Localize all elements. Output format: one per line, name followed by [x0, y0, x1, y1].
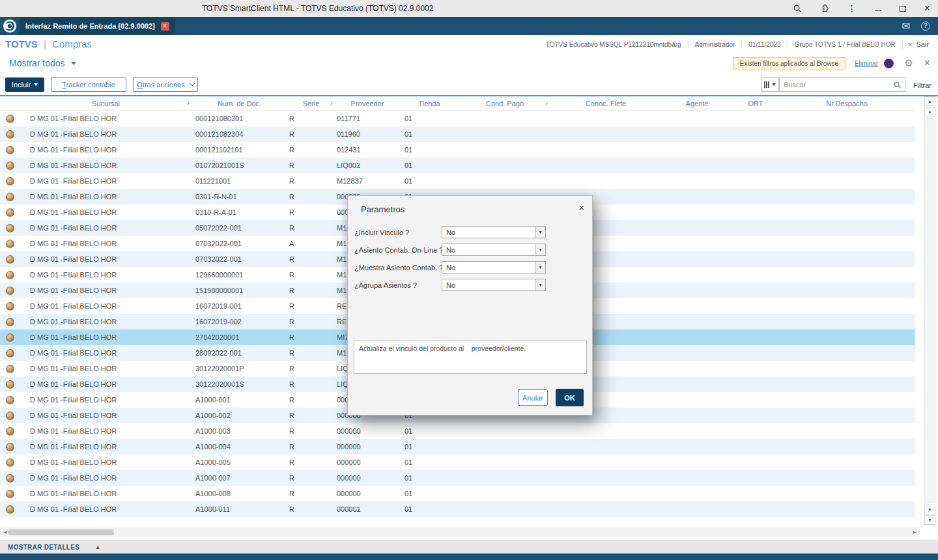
table-row[interactable]: D MG 01 -Filial BELO HORA1000-004R000000…: [0, 439, 915, 455]
table-row[interactable]: D MG 01 -Filial BELO HORA1000-008R000000…: [0, 486, 915, 501]
table-row[interactable]: D MG 01 -Filial BELO HOR000121102101R012…: [0, 142, 915, 158]
vertical-scrollbar-track[interactable]: [924, 118, 935, 503]
mail-icon[interactable]: ✉: [902, 20, 910, 32]
chevron-down-icon: [189, 81, 194, 86]
status-icon: [6, 224, 14, 232]
search-box: [779, 77, 905, 92]
table-row[interactable]: D MG 01 -Filial BELO HOR000121082304R011…: [0, 126, 915, 142]
table-row[interactable]: D MG 01 -Filial BELO HOR000121080301R011…: [0, 111, 915, 126]
status-icon: [6, 349, 14, 357]
table-row[interactable]: D MG 01 -Filial BELO HORA1000-007R000000…: [0, 470, 915, 486]
column-header-serie[interactable]: Serie›: [287, 96, 335, 110]
window-title: TOTVS SmartClient HTML - TOTVS Educativo…: [202, 4, 433, 13]
assistant-icon[interactable]: [884, 59, 894, 68]
totvs-logo-icon[interactable]: [3, 19, 17, 33]
param-select[interactable]: No▼: [442, 226, 546, 238]
toolbar: Incluir Tracker contable Otras acciones …: [0, 74, 938, 95]
vertical-scrollbar: ▲ ▲ ▼ ▼: [924, 96, 935, 525]
table-row[interactable]: D MG 01 -Filial BELO HORA1000-011R000001…: [0, 501, 915, 517]
param-label: ¿Agrupa Asientos ?: [354, 281, 417, 289]
extensions-puzzle-icon[interactable]: [820, 4, 829, 13]
dialog-close-icon[interactable]: ×: [578, 202, 584, 213]
table-row[interactable]: D MG 01 -Filial BELO HORA1000-003R000000…: [0, 423, 915, 439]
column-header-tienda[interactable]: Tienda: [399, 96, 459, 110]
scroll-up-button[interactable]: ▲: [924, 107, 935, 117]
close-browse-icon[interactable]: ×: [924, 57, 930, 69]
param-select[interactable]: No▼: [442, 279, 546, 291]
param-select-value: No: [442, 227, 535, 238]
column-header-ort[interactable]: ORT: [733, 96, 778, 110]
status-icon: [6, 380, 14, 389]
chevron-down-icon[interactable]: ▼: [535, 262, 545, 273]
param-select[interactable]: No▼: [442, 244, 546, 256]
chevron-down-icon[interactable]: ▼: [535, 227, 545, 238]
column-header-agente[interactable]: Agente: [661, 96, 733, 110]
tab-interfaz-remito[interactable]: Interfaz Remito de Entrada [02.9.0002] ×: [20, 17, 175, 35]
column-header-sucursal[interactable]: Sucursal›: [20, 96, 192, 110]
status-icon: [6, 161, 14, 170]
environment-info: TOTVS Educativo MSSQL P1212210mntdbarg A…: [539, 35, 934, 53]
status-icon: [6, 333, 14, 342]
help-icon[interactable]: ?: [921, 21, 930, 31]
column-header-conoc-flete[interactable]: Conoc. Flete: [550, 96, 661, 110]
table-row[interactable]: D MG 01 -Filial BELO HORA1000-005R000000…: [0, 455, 915, 470]
param-label: ¿Asiento Contab. On-Line ?: [354, 246, 443, 254]
menu-kebab-icon[interactable]: ⋮: [847, 3, 857, 14]
status-icon: [6, 193, 14, 201]
search-input[interactable]: [780, 81, 893, 89]
columns-icon: [764, 81, 769, 88]
ok-button[interactable]: OK: [556, 389, 584, 406]
param-select[interactable]: No▼: [442, 261, 546, 273]
window-controls: ⋮ ×: [793, 0, 930, 17]
close-button[interactable]: ×: [924, 3, 930, 14]
status-strip: [0, 553, 938, 560]
status-icon: [6, 240, 14, 248]
tracker-label: Tracker contable: [62, 81, 115, 89]
clear-filter-link[interactable]: Eliminar: [855, 60, 878, 67]
show-details-toggle[interactable]: MOSTRAR DETALLES ▲: [0, 540, 938, 553]
column-header-cond-pago[interactable]: Cond. Pago›: [459, 96, 550, 110]
exit-button[interactable]: × Sair: [902, 40, 934, 49]
gear-icon[interactable]: ⚙: [905, 57, 913, 69]
chevron-down-icon: [34, 83, 38, 86]
breadcrumb-divider: |: [44, 38, 46, 49]
status-icon: [6, 208, 14, 217]
maximize-button[interactable]: [900, 6, 906, 12]
column-header-nr-despacho[interactable]: Nr.Despacho: [778, 96, 915, 110]
scroll-first-button[interactable]: ▲: [924, 96, 935, 106]
browse-bar: Mostrar todos Existen filtros aplicados …: [0, 53, 938, 74]
chevron-down-icon[interactable]: ▼: [535, 279, 545, 290]
search-icon[interactable]: [793, 4, 802, 13]
column-config-button[interactable]: [761, 77, 779, 92]
param-select-value: No: [442, 244, 535, 255]
filtrar-link[interactable]: Filtrar: [913, 81, 931, 89]
table-row[interactable]: D MG 01 -Filial BELO HOR01072021001SRLIQ…: [0, 158, 915, 173]
horizontal-scrollbar[interactable]: ◄ ►: [0, 527, 920, 537]
chevron-down-icon: [71, 62, 76, 65]
scroll-right-icon[interactable]: ►: [912, 529, 917, 535]
window-titlebar: TOTVS SmartClient HTML - TOTVS Educativo…: [0, 0, 938, 17]
anular-button[interactable]: Anular: [518, 389, 548, 406]
tracker-contable-button[interactable]: Tracker contable: [51, 77, 126, 92]
horizontal-scrollbar-thumb[interactable]: [8, 529, 114, 535]
scroll-last-button[interactable]: ▼: [924, 515, 935, 525]
scroll-left-icon[interactable]: ◄: [3, 529, 8, 535]
status-icon: [6, 177, 14, 186]
incluir-button[interactable]: Incluir: [5, 77, 44, 92]
chevron-down-icon[interactable]: ▼: [535, 244, 545, 255]
view-selector-dropdown[interactable]: Mostrar todos: [9, 58, 76, 68]
otras-acciones-button[interactable]: Otras acciones: [133, 77, 198, 92]
details-label: MOSTRAR DETALLES: [8, 544, 79, 551]
tab-close-icon[interactable]: ×: [161, 22, 169, 31]
status-icon: [6, 427, 14, 436]
dialog-description: Actualiza el vinculo del producto al pro…: [354, 341, 587, 374]
table-row[interactable]: D MG 01 -Filial BELO HOR011221001RM12837…: [0, 173, 915, 189]
minimize-button[interactable]: [875, 7, 881, 11]
column-header-num-de-doc[interactable]: Num. de Doc.: [192, 96, 287, 110]
search-magnifier-icon[interactable]: [893, 81, 902, 89]
column-header-proveedor[interactable]: Proveedor: [335, 96, 399, 110]
scroll-down-button[interactable]: ▼: [924, 505, 935, 514]
status-icon: [6, 318, 14, 326]
column-header-status: [0, 96, 20, 110]
status-icon: [6, 130, 14, 139]
